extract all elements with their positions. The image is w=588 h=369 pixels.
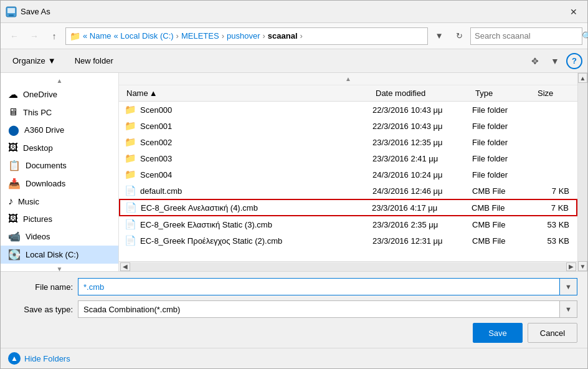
cancel-button[interactable]: Cancel bbox=[528, 323, 577, 343]
sidebar-label-pictures: Pictures bbox=[23, 214, 52, 224]
savetype-dropdown-button[interactable]: ▼ bbox=[560, 300, 577, 318]
sidebar-item-music[interactable]: ♪ Music bbox=[1, 193, 118, 210]
path-dropdown-button[interactable]: ▼ bbox=[430, 27, 448, 45]
sidebar-item-videos[interactable]: 📹 Videos bbox=[1, 228, 118, 246]
save-button[interactable]: Save bbox=[473, 323, 523, 343]
file-name: Scen001 bbox=[140, 122, 172, 131]
help-button[interactable]: ? bbox=[566, 53, 582, 69]
new-folder-label: New folder bbox=[75, 56, 113, 65]
vscroll-track[interactable] bbox=[578, 83, 587, 261]
file-icon: 📄 bbox=[125, 219, 136, 230]
file-date: 23/3/2016 2:35 μμ bbox=[372, 220, 472, 229]
savetype-select-wrapper: Scada Combination(*.cmb) ▼ bbox=[78, 300, 577, 318]
table-row[interactable]: 📄 EC-8_Greek Ανελαστική (4).cmb 23/3/201… bbox=[119, 199, 577, 216]
sidebar-scroll-up: ▲ bbox=[1, 75, 118, 85]
hscroll-track[interactable] bbox=[130, 262, 566, 271]
path-bar[interactable]: 📁 « Name « Local Disk (C:) › MELETES › p… bbox=[65, 27, 428, 45]
vscroll-up-button[interactable]: ▲ bbox=[578, 73, 587, 83]
nav-bar: ← → ↑ 📁 « Name « Local Disk (C:) › MELET… bbox=[1, 23, 587, 49]
file-date: 22/3/2016 10:43 μμ bbox=[372, 105, 472, 115]
refresh-button[interactable]: ↻ bbox=[450, 27, 468, 45]
sidebar-scroll-down: ▼ bbox=[1, 264, 118, 271]
sidebar-item-pictures[interactable]: 🖼 Pictures bbox=[1, 210, 118, 228]
organize-button[interactable]: Organize ▼ bbox=[6, 52, 63, 70]
savetype-row: Save as type: Scada Combination(*.cmb) ▼ bbox=[11, 300, 577, 318]
folder-icon: 📁 bbox=[125, 137, 136, 148]
documents-icon: 📋 bbox=[8, 160, 21, 171]
table-row[interactable]: 📄 EC-8_Greek Προέλεγχος Static (2).cmb 2… bbox=[119, 232, 577, 249]
table-row[interactable]: 📁 Scen002 23/3/2016 12:35 μμ File folder bbox=[119, 134, 577, 150]
col-header-date[interactable]: Date modified bbox=[373, 89, 473, 98]
table-row[interactable]: 📁 Scen000 22/3/2016 10:43 μμ File folder bbox=[119, 102, 577, 118]
horizontal-scrollbar[interactable]: ◀ ▶ bbox=[119, 261, 577, 271]
a360drive-icon: ⬤ bbox=[8, 124, 19, 136]
filename-dropdown-button[interactable]: ▼ bbox=[560, 278, 577, 295]
bottom-form: File name: ▼ Save as type: Scada Combina… bbox=[1, 271, 587, 348]
forward-button[interactable]: → bbox=[26, 27, 43, 45]
table-row[interactable]: 📄 EC-8_Greek Ελαστική Static (3).cmb 23/… bbox=[119, 216, 577, 232]
close-button[interactable]: ✕ bbox=[565, 6, 582, 18]
file-date: 24/3/2016 10:24 μμ bbox=[372, 170, 472, 180]
table-row[interactable]: 📁 Scen004 24/3/2016 10:24 μμ File folder bbox=[119, 166, 577, 183]
sidebar: ▲ ☁ OneDrive 🖥 This PC ⬤ A360 Drive 🖼 De… bbox=[1, 73, 119, 271]
file-list-header: Name ▲ Date modified Type Size bbox=[119, 85, 577, 102]
col-header-name[interactable]: Name ▲ bbox=[124, 89, 373, 98]
file-date: 23/3/2016 4:17 μμ bbox=[372, 203, 472, 213]
table-row[interactable]: 📁 Scen003 23/3/2016 2:41 μμ File folder bbox=[119, 150, 577, 166]
localdisk-icon: 💽 bbox=[8, 249, 21, 261]
sidebar-item-desktop[interactable]: 🖼 Desktop bbox=[1, 139, 118, 156]
path-meletes[interactable]: MELETES bbox=[181, 31, 219, 41]
file-type: File folder bbox=[472, 138, 534, 147]
action-row: Save Cancel bbox=[11, 323, 577, 343]
sidebar-label-a360drive: A360 Drive bbox=[24, 125, 64, 135]
search-input[interactable] bbox=[475, 31, 579, 41]
savetype-display[interactable]: Scada Combination(*.cmb) bbox=[78, 300, 560, 318]
up-button[interactable]: ↑ bbox=[45, 27, 63, 45]
file-name: EC-8_Greek Προέλεγχος Static (2).cmb bbox=[140, 236, 282, 246]
file-type: CMB File bbox=[472, 203, 534, 213]
sidebar-item-a360drive[interactable]: ⬤ A360 Drive bbox=[1, 121, 118, 139]
search-icon: 🔍 bbox=[582, 31, 588, 41]
path-pushover[interactable]: pushover bbox=[227, 31, 260, 41]
file-type: File folder bbox=[472, 170, 534, 180]
search-bar[interactable]: 🔍 bbox=[470, 27, 582, 45]
filename-input[interactable] bbox=[78, 278, 560, 295]
sidebar-item-documents[interactable]: 📋 Documents bbox=[1, 156, 118, 175]
back-button[interactable]: ← bbox=[6, 27, 23, 45]
svg-rect-2 bbox=[9, 14, 14, 16]
new-folder-button[interactable]: New folder bbox=[68, 52, 120, 70]
desktop-icon: 🖼 bbox=[8, 142, 18, 153]
sidebar-item-downloads[interactable]: 📥 Downloads bbox=[1, 175, 118, 193]
sidebar-item-localdisk[interactable]: 💽 Local Disk (C:) bbox=[1, 246, 118, 264]
table-row[interactable]: 📁 Scen001 22/3/2016 10:43 μμ File folder bbox=[119, 118, 577, 134]
sort-icon: ▲ bbox=[149, 89, 158, 98]
path-part-0[interactable]: « Name bbox=[83, 31, 111, 41]
view-dropdown-button[interactable]: ▼ bbox=[546, 52, 564, 70]
hscroll-left-button[interactable]: ◀ bbox=[120, 262, 130, 271]
file-date: 23/3/2016 12:31 μμ bbox=[372, 236, 472, 246]
file-type: File folder bbox=[472, 154, 534, 163]
sidebar-item-onedrive[interactable]: ☁ OneDrive bbox=[1, 85, 118, 103]
vscroll-down-button[interactable]: ▼ bbox=[578, 261, 587, 271]
file-icon: 📄 bbox=[125, 235, 136, 246]
thispc-icon: 🖥 bbox=[8, 107, 18, 118]
hide-folders-row: ▲ Hide Folders bbox=[1, 348, 587, 368]
table-row[interactable]: 📄 default.cmb 24/3/2016 12:46 μμ CMB Fil… bbox=[119, 183, 577, 199]
view-button[interactable]: ✥ bbox=[526, 52, 544, 70]
sidebar-item-thispc[interactable]: 🖥 This PC bbox=[1, 103, 118, 121]
sidebar-label-thispc: This PC bbox=[23, 108, 52, 117]
file-date: 24/3/2016 12:46 μμ bbox=[372, 186, 472, 196]
vertical-scrollbar[interactable]: ▲ ▼ bbox=[577, 73, 587, 271]
col-header-size[interactable]: Size bbox=[535, 89, 572, 98]
svg-rect-1 bbox=[7, 8, 15, 13]
file-name: Scen000 bbox=[140, 105, 172, 115]
col-header-type[interactable]: Type bbox=[473, 89, 535, 98]
file-name: Scen004 bbox=[140, 170, 172, 180]
path-root[interactable]: « Local Disk (C:) bbox=[114, 31, 174, 41]
sidebar-label-videos: Videos bbox=[26, 232, 50, 241]
file-icon: 📄 bbox=[125, 202, 137, 213]
hide-folders-icon[interactable]: ▲ bbox=[8, 352, 21, 365]
hscroll-right-button[interactable]: ▶ bbox=[566, 262, 576, 271]
filename-input-wrapper: ▼ bbox=[78, 278, 577, 295]
hide-folders-label[interactable]: Hide Folders bbox=[24, 354, 70, 363]
